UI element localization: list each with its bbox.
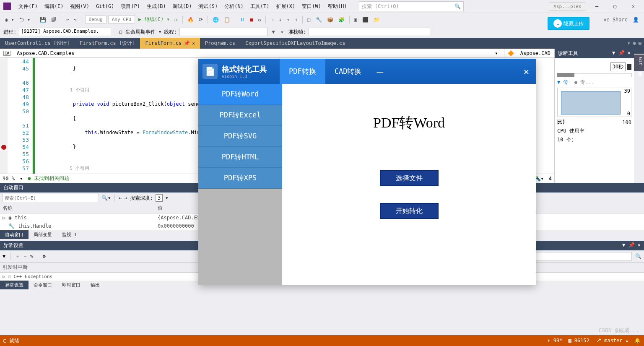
close-button[interactable]: ✕ — [626, 3, 641, 9]
step-into-icon[interactable]: ↓ — [277, 16, 283, 23]
menu-extensions[interactable]: 扩展(X) — [273, 2, 299, 11]
branch-status[interactable]: ⎇ master ▴ — [595, 338, 628, 343]
autos-tab[interactable]: 自动窗口 — [0, 230, 29, 239]
edit-icon[interactable]: ✎ — [30, 253, 33, 259]
forward-button[interactable]: ⮌ ▾ — [18, 16, 32, 23]
process-dropdown[interactable]: [91372] Aspose.CAD.Examples. — [19, 28, 111, 36]
tool-icon4[interactable]: 🧩 — [337, 16, 346, 23]
menu-analyze[interactable]: 分析(N) — [221, 2, 247, 11]
filter-icon[interactable]: ▼ — [270, 28, 276, 36]
clear-icon[interactable]: ✕ — [279, 28, 286, 36]
step-over-icon[interactable]: ↷ — [285, 16, 291, 23]
stack-dropdown[interactable] — [309, 28, 430, 36]
tab-dropdown-icon[interactable]: ▾ — [627, 40, 630, 46]
tab-firstform-cs[interactable]: FirstForm.cs📌✕ — [140, 38, 200, 49]
vcs-status[interactable]: ↑ 99* — [547, 338, 562, 343]
close-tab-icon[interactable]: ✕ — [192, 41, 195, 46]
converter-close[interactable]: ✕ — [517, 66, 536, 77]
locals-tab[interactable]: 局部变量 — [29, 230, 57, 239]
upload-float-button[interactable]: ☁ 隐藏上传 — [548, 17, 589, 30]
watch-tab[interactable]: 监视 1 — [57, 230, 82, 239]
converter-tab-cad[interactable]: CAD转换 — [325, 59, 371, 84]
depth-value[interactable]: 3 — [156, 194, 163, 202]
remove-icon[interactable]: − — [23, 253, 26, 259]
add-icon[interactable]: ＋ — [15, 253, 20, 260]
minimize-button[interactable]: — — [589, 3, 605, 9]
platform-dropdown[interactable]: Any CPU — [108, 16, 135, 23]
step-out-icon[interactable]: ↑ — [293, 16, 299, 23]
save-all-icon[interactable]: 🗐 — [49, 16, 58, 23]
immediate-tab[interactable]: 即时窗口 — [57, 281, 86, 289]
config-dropdown[interactable]: Debug — [85, 16, 106, 23]
menu-view[interactable]: 视图(V) — [67, 2, 93, 11]
tool-icon2[interactable]: 🔧 — [314, 16, 324, 23]
pause-icon[interactable]: ⏸ — [238, 16, 247, 23]
tab-usercontrol[interactable]: UserControl1.cs [设计] — [0, 38, 75, 49]
tab-exportdxf[interactable]: ExportSpecificDXFLayoutToImage.cs — [240, 38, 350, 49]
filter-icon[interactable]: ▼ — [3, 253, 5, 259]
menu-file[interactable]: 文件(F) — [15, 2, 41, 11]
liveshare-button[interactable]: ve Share — [602, 16, 629, 23]
lifecycle-button[interactable]: ▢ 生命周期事件 ▾ — [119, 29, 161, 36]
menu-window[interactable]: 窗口(W) — [299, 2, 325, 11]
menu-edit[interactable]: 编辑(E) — [41, 2, 67, 11]
tab-program[interactable]: Program.cs — [200, 38, 240, 49]
tab-more-icon[interactable]: ⊞ — [639, 40, 641, 46]
continue-button[interactable]: ▶ 继续(C) ▾ — [137, 15, 171, 24]
script-icon[interactable]: 📋 — [222, 16, 232, 23]
select-file-button[interactable]: 选择文件 — [380, 170, 439, 186]
opt-pdf-html[interactable]: PDF转HTML — [198, 147, 282, 168]
hot-reload-icon[interactable]: 🔥 — [186, 16, 195, 23]
pin-icon[interactable]: 📌 — [184, 40, 190, 46]
start-convert-button[interactable]: 开始转化 — [380, 203, 439, 219]
browser-icon[interactable]: 🌐 — [211, 16, 221, 23]
save-icon[interactable]: 💾 — [38, 16, 48, 23]
opt-pdf-excel[interactable]: PDF转Excel — [198, 105, 282, 126]
opt-pdf-svg[interactable]: PDF转SVG — [198, 126, 282, 147]
menu-help[interactable]: 帮助(H) — [325, 2, 351, 11]
converter-tab-pdf[interactable]: PDF转换 — [280, 59, 325, 84]
menu-test[interactable]: 测试(S) — [195, 2, 221, 11]
restart-icon[interactable]: ↻ — [256, 16, 262, 23]
back-button[interactable]: ◉ ▾ — [3, 16, 16, 23]
var-this[interactable]: this — [15, 215, 27, 221]
tab-firstform-design[interactable]: FirstForm.cs [设计] — [75, 38, 140, 49]
autos-search[interactable] — [3, 194, 99, 202]
notify-icon[interactable]: 🔔 — [634, 338, 641, 343]
thread-dropdown[interactable] — [179, 28, 267, 36]
refresh-icon[interactable]: ⟳ — [197, 16, 205, 23]
redo-icon[interactable]: ↷ — [72, 16, 78, 23]
converter-titlebar[interactable]: 📄 格式转化工具 visoin 1.0 PDF转换 CAD转换 — ✕ — [198, 59, 536, 84]
tool-icon[interactable]: ⬚ — [306, 16, 312, 23]
breakpoint-margin[interactable] — [0, 58, 8, 174]
memory-status[interactable]: ▦ 86152 — [568, 338, 589, 343]
undo-icon[interactable]: ↶ — [64, 16, 70, 23]
folder-icon[interactable]: 📁 — [372, 16, 382, 23]
view-icon[interactable]: ▣ — [353, 16, 359, 23]
zoom-level[interactable]: 90 % — [3, 176, 15, 182]
opt-pdf-xps[interactable]: PDF转XPS — [198, 168, 282, 189]
start-no-debug-icon[interactable]: ▷ — [173, 16, 179, 23]
git-changes-tab[interactable]: Git 更改 — [634, 55, 644, 71]
menu-project[interactable]: 项目(P) — [117, 2, 143, 11]
maximize-button[interactable]: ▢ — [608, 3, 623, 9]
cmd-tab[interactable]: 命令窗口 — [29, 281, 57, 289]
account-icon[interactable]: 👤 — [631, 16, 641, 23]
show-next-icon[interactable]: → — [269, 16, 275, 23]
breadcrumb-class[interactable]: Aspose.CAD — [520, 50, 551, 56]
breakpoint-icon[interactable] — [1, 145, 6, 150]
output-tab[interactable]: 输出 — [86, 281, 105, 289]
menu-git[interactable]: Git(G) — [93, 2, 117, 10]
settings-icon[interactable]: ⚙ — [43, 253, 46, 259]
global-search[interactable]: 搜索 (Ctrl+Q) 🔍 — [359, 1, 464, 11]
issues-status[interactable]: ● 未找到相关问题 — [28, 175, 69, 182]
solution-explorer-tab[interactable]: 解决方案资源管理器 — [634, 49, 644, 54]
nav-back-icon[interactable]: ← — [119, 195, 122, 201]
tab-settings-icon[interactable]: ⚙ — [633, 40, 636, 46]
stop-icon[interactable]: ■ — [248, 16, 254, 23]
menu-tools[interactable]: 工具(T) — [247, 2, 273, 11]
opt-pdf-word[interactable]: PDF转Word — [198, 84, 282, 105]
var-handle[interactable]: this.Handle — [18, 223, 51, 229]
nav-fwd-icon[interactable]: → — [124, 195, 127, 201]
converter-minimize[interactable]: — — [371, 65, 389, 78]
